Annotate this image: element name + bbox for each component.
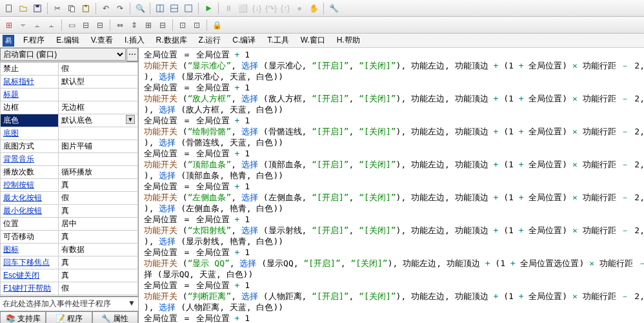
align5-icon[interactable]: ▭	[65, 19, 78, 32]
menu-program[interactable]: F.程序	[21, 34, 47, 47]
prop-row[interactable]: 图标有数据	[1, 244, 138, 256]
layout3-icon[interactable]	[182, 2, 195, 15]
toolbar-2: ⊞ ⫟ ⫠ ⫠ ▭ ⊟ ⊟ ⇔ ⇕ ⊞ ⊟ ⊡ ⊡ 🔒	[0, 17, 644, 34]
object-ellipsis-button[interactable]: ⋯	[126, 48, 138, 61]
prop-row[interactable]: F1键打开帮助假	[1, 282, 138, 295]
menu-insert[interactable]: I.插入	[122, 34, 147, 47]
center2-icon[interactable]: ⊡	[190, 19, 203, 32]
event-hint[interactable]: 在此处选择加入事件处理子程序 ▼	[0, 297, 138, 311]
separator	[198, 3, 199, 14]
layout1-icon[interactable]	[154, 2, 166, 15]
align6-icon[interactable]: ⊟	[79, 19, 92, 32]
property-grid: 禁止假鼠标指针默认型标题边框无边框底色默认底色▼底图底图方式图片平铺背景音乐播放…	[0, 62, 138, 297]
toolbar-1: ✂ ↶ ↷ 🔍 ⏸ ⬜ {↓} {↷} {↑} ● ✋ 🔧	[0, 0, 644, 17]
object-selector[interactable]: 启动窗口 (窗口)	[0, 48, 126, 61]
save-icon[interactable]	[31, 2, 44, 15]
find-icon[interactable]: 🔍	[134, 2, 146, 15]
dist2-icon[interactable]: ⇕	[128, 19, 141, 32]
separator	[206, 19, 207, 31]
build-icon[interactable]: 🔧	[327, 2, 340, 15]
svg-rect-2	[35, 5, 39, 7]
separator	[110, 19, 110, 31]
prop-row[interactable]: 底图方式图片平铺	[1, 140, 138, 153]
step2-icon[interactable]: {↷}	[265, 2, 277, 15]
separator	[61, 19, 62, 31]
lock-icon[interactable]: 🔒	[210, 19, 223, 32]
menubar: 易 F.程序 E.编辑 V.查看 I.插入 R.数据库 Z.运行 C.编译 T.…	[0, 34, 644, 48]
left-panel: 启动窗口 (窗口) ⋯ 禁止假鼠标指针默认型标题边框无边框底色默认底色▼底图底图…	[0, 48, 139, 323]
dist4-icon[interactable]: ⊟	[156, 19, 169, 32]
svg-rect-6	[85, 5, 87, 6]
new-icon[interactable]	[3, 2, 15, 15]
align1-icon[interactable]: ⊞	[3, 19, 15, 32]
separator	[172, 19, 173, 31]
cut-icon[interactable]: ✂	[51, 2, 64, 15]
menu-window[interactable]: W.窗口	[298, 34, 328, 47]
separator	[47, 3, 48, 14]
prop-row[interactable]: 背景音乐	[1, 153, 138, 166]
tab-support[interactable]: 📚 支持库	[0, 311, 46, 323]
svg-rect-11	[185, 5, 192, 12]
prop-row[interactable]: 最大化按钮假	[1, 192, 138, 205]
pause-icon[interactable]: ⏸	[222, 2, 235, 15]
prop-row[interactable]: 可否移动真	[1, 231, 138, 244]
menu-view[interactable]: V.查看	[88, 34, 116, 47]
prop-row[interactable]: 鼠标指针默认型	[1, 76, 138, 89]
svg-rect-4	[70, 6, 74, 12]
redo-icon[interactable]: ↷	[114, 2, 126, 15]
prop-row[interactable]: 底图	[1, 127, 138, 140]
separator	[323, 3, 324, 14]
align7-icon[interactable]: ⊟	[94, 19, 106, 32]
prop-row[interactable]: 边框无边框	[1, 101, 138, 114]
tab-props[interactable]: 🔧 属性	[92, 311, 138, 323]
svg-rect-0	[6, 5, 12, 12]
prop-row[interactable]: 禁止假	[1, 63, 138, 76]
menu-help[interactable]: H.帮助	[334, 34, 363, 47]
separator	[96, 3, 96, 14]
copy-icon[interactable]	[65, 2, 78, 15]
open-icon[interactable]	[17, 2, 30, 15]
menu-compile[interactable]: C.编译	[230, 34, 258, 47]
prop-row[interactable]: 底色默认底色▼	[1, 114, 138, 127]
align3-icon[interactable]: ⫠	[31, 19, 44, 32]
align4-icon[interactable]: ⫠	[45, 19, 58, 32]
separator	[150, 3, 150, 14]
run-icon[interactable]	[202, 2, 215, 15]
prop-row[interactable]: 播放次数循环播放	[1, 166, 138, 179]
code-editor[interactable]: 全局位置 ＝ 全局位置 + 1功能开关 (“显示准心”, 选择 (显示准心, “…	[139, 48, 644, 323]
prop-row[interactable]: 控制按钮真	[1, 179, 138, 192]
prop-row[interactable]: 最小化按钮真	[1, 205, 138, 218]
menu-tools[interactable]: T.工具	[265, 34, 291, 47]
align2-icon[interactable]: ⫟	[17, 19, 30, 32]
tab-program[interactable]: 📝 程序	[46, 311, 92, 323]
step3-icon[interactable]: {↑}	[279, 2, 292, 15]
center1-icon[interactable]: ⊡	[176, 19, 189, 32]
prop-row[interactable]: 回车下移焦点真	[1, 256, 138, 269]
step1-icon[interactable]: {↓}	[250, 2, 263, 15]
layout2-icon[interactable]	[168, 2, 181, 15]
prop-row[interactable]: 标题	[1, 89, 138, 101]
menu-edit[interactable]: E.编辑	[54, 34, 81, 47]
paste-icon[interactable]	[79, 2, 92, 15]
dropdown-icon[interactable]: ▼	[126, 115, 135, 124]
separator	[218, 3, 219, 14]
bp-icon[interactable]: ●	[293, 2, 306, 15]
prop-row[interactable]: 位置居中	[1, 218, 138, 231]
menu-database[interactable]: R.数据库	[154, 34, 190, 47]
undo-icon[interactable]: ↶	[99, 2, 112, 15]
prop-row[interactable]: Esc键关闭真	[1, 269, 138, 282]
work-area: 启动窗口 (窗口) ⋯ 禁止假鼠标指针默认型标题边框无边框底色默认底色▼底图底图…	[0, 48, 644, 323]
dist1-icon[interactable]: ⇔	[114, 19, 126, 32]
menu-run[interactable]: Z.运行	[196, 34, 224, 47]
separator	[130, 3, 130, 14]
stop-icon[interactable]: ⬜	[236, 2, 249, 15]
app-logo-icon: 易	[3, 35, 14, 47]
hand-icon[interactable]: ✋	[307, 2, 320, 15]
dist3-icon[interactable]: ⊞	[142, 19, 155, 32]
